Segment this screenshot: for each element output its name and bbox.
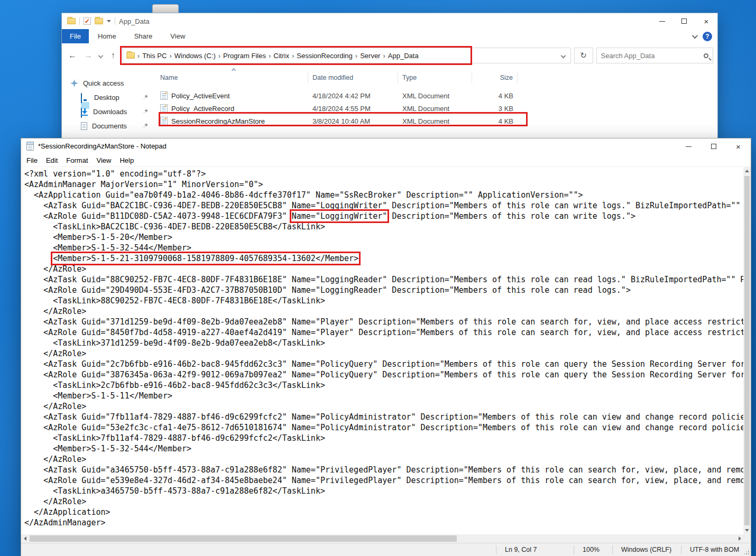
recent-locations-icon[interactable] — [98, 53, 103, 58]
close-icon: × — [736, 142, 741, 151]
search-box[interactable] — [596, 48, 713, 63]
menu-format[interactable]: Format — [62, 156, 92, 164]
vertical-scrollbar[interactable] — [743, 167, 751, 534]
xml-line: <AzTask Guid="371d1259-be9d-4f09-8e2b-9d… — [24, 317, 743, 327]
scroll-down-icon[interactable] — [743, 526, 751, 534]
sidebar-label: Quick access — [83, 79, 124, 87]
maximize-button[interactable] — [673, 13, 695, 29]
back-icon[interactable]: ← — [66, 51, 79, 60]
sort-ascending-icon — [231, 68, 235, 72]
breadcrumb-item[interactable]: Program Files — [221, 52, 268, 60]
file-explorer-window: ✓ App_Data × File Home Share View ? ← → … — [62, 13, 717, 140]
breadcrumb-item[interactable]: Citrix — [271, 52, 291, 60]
file-row[interactable]: Policy_ActiveRecord 4/18/2024 4:55 PM XM… — [156, 102, 717, 115]
up-icon[interactable]: ↑ — [107, 51, 119, 60]
close-button[interactable]: × — [695, 13, 717, 29]
xml-line: <Member>S-1-5-32-544</Member> — [24, 443, 743, 454]
xml-line: <AzTask Guid="2c7b6fbb-e916-46b2-bac8-94… — [24, 359, 743, 369]
folder-icon[interactable] — [67, 18, 76, 24]
notepad-menubar: File Edit Format View Help — [21, 154, 751, 167]
xml-line: <AzRole Guid="29D490D4-553E-4FD3-A2C7-37… — [24, 285, 743, 295]
xml-line: <AzApplication Guid="ea7b0f49-b1a2-4046-… — [24, 190, 743, 200]
xml-line: </AzRole> — [24, 401, 743, 412]
notepad-titlebar: *SessionRecordingAzManStore - Notepad × — [21, 138, 751, 154]
quick-access-star-icon — [70, 79, 78, 87]
notepad-window: *SessionRecordingAzManStore - Notepad × … — [21, 138, 751, 556]
sidebar-item-quick-access[interactable]: Quick access — [62, 76, 156, 90]
properties-check-icon[interactable]: ✓ — [84, 17, 91, 25]
menu-view[interactable]: View — [93, 156, 116, 164]
xml-line: </AzRole> — [24, 454, 743, 465]
status-zoom-level: 100% — [574, 545, 612, 554]
forward-icon[interactable]: → — [82, 51, 95, 60]
desktop-icon — [81, 94, 89, 101]
file-list-header: Name Date modified Type Size — [156, 71, 717, 85]
xml-line: </AzRole> — [24, 496, 743, 507]
minimize-icon — [659, 21, 665, 22]
sidebar-label: Desktop — [94, 94, 119, 101]
minimize-icon — [686, 146, 692, 147]
xml-line: <AzRole Guid="53e2fc3c-cfa1-4e75-8612-7d… — [24, 422, 743, 433]
horizontal-scrollbar[interactable] — [21, 534, 751, 543]
minimize-button[interactable] — [676, 138, 701, 154]
explorer-caption-buttons: × — [651, 13, 717, 29]
breadcrumb-item[interactable]: SessionRecording — [294, 52, 355, 60]
xml-line: <Member>S-1-5-20</Member> — [24, 232, 743, 243]
scroll-left-icon[interactable] — [21, 535, 29, 543]
file-row-highlighted[interactable]: SessionRecordingAzManStore 3/8/2024 10:4… — [156, 115, 717, 127]
menu-help[interactable]: Help — [115, 156, 138, 164]
xml-line: <Member>S-1-5-21-3109790068-1581978809-4… — [24, 253, 743, 264]
column-header-date-modified[interactable]: Date modified — [308, 72, 398, 83]
notepad-window-title: *SessionRecordingAzManStore - Notepad — [38, 142, 167, 150]
tab-file[interactable]: File — [62, 29, 89, 43]
scroll-right-icon[interactable] — [736, 535, 743, 543]
file-row[interactable]: Policy_ActiveEvent 4/18/2024 4:42 PM XML… — [156, 89, 717, 102]
sidebar-item-desktop[interactable]: Desktop — [62, 90, 156, 105]
column-header-name[interactable]: Name — [156, 72, 308, 83]
xml-line: <TaskLink>371d1259-be9d-4f09-8e2b-9da07e… — [24, 338, 743, 348]
column-header-size[interactable]: Size — [472, 72, 518, 83]
breadcrumb-item[interactable]: Windows (C:) — [172, 52, 218, 60]
sidebar-item-downloads[interactable]: Downloads — [62, 105, 156, 119]
scrollbar-corner — [743, 534, 751, 543]
qat-customize-caret-icon[interactable] — [107, 20, 111, 22]
xml-line: </AzRole> — [24, 264, 743, 274]
breadcrumb-item[interactable]: This PC — [140, 52, 169, 60]
expand-ribbon-icon[interactable] — [692, 32, 698, 38]
minimize-button[interactable] — [651, 13, 673, 29]
tab-home[interactable]: Home — [89, 29, 125, 43]
address-box[interactable]: ›This PC›Windows (C:)›Program Files›Citr… — [123, 48, 571, 63]
xml-line: <TaskLink>2c7b6fbb-e916-46b2-bac8-945fdd… — [24, 380, 743, 391]
maximize-button[interactable] — [701, 138, 726, 154]
vertical-scroll-thumb[interactable] — [743, 175, 751, 526]
xml-line: <?xml version="1.0" encoding="utf-8"?> — [24, 169, 743, 179]
horizontal-scroll-thumb[interactable] — [29, 534, 458, 543]
breadcrumb: ›This PC›Windows (C:)›Program Files›Citr… — [137, 52, 421, 60]
help-button[interactable]: ? — [703, 32, 712, 41]
tab-view[interactable]: View — [161, 29, 194, 43]
xml-line: <AzAdminManager MajorVersion="1" MinorVe… — [24, 179, 743, 190]
address-dropdown-icon[interactable] — [560, 53, 566, 58]
menu-file[interactable]: File — [22, 156, 42, 164]
column-header-type[interactable]: Type — [398, 72, 472, 83]
xml-file-icon — [160, 117, 168, 125]
annotation-box-text: <Member>S-1-5-21-3109790068-1581978809-4… — [53, 254, 358, 263]
toolbar-separator — [79, 17, 80, 25]
close-button[interactable]: × — [726, 138, 751, 154]
breadcrumb-item[interactable]: Server — [358, 52, 382, 60]
search-icon[interactable] — [704, 53, 708, 58]
scroll-up-icon[interactable] — [743, 167, 751, 175]
explorer-ribbon-tabs: File Home Share View ? — [62, 29, 717, 43]
new-folder-icon[interactable] — [95, 18, 103, 24]
menu-edit[interactable]: Edit — [42, 156, 62, 164]
sidebar-item-documents[interactable]: Documents — [62, 119, 156, 133]
xml-file-icon — [160, 91, 168, 100]
breadcrumb-item[interactable]: App_Data — [386, 52, 421, 60]
sidebar-label: Downloads — [93, 108, 127, 116]
tab-share[interactable]: Share — [125, 29, 162, 43]
status-line-col: Ln 9, Col 7 — [496, 545, 574, 554]
notepad-text[interactable]: <?xml version="1.0" encoding="utf-8"?><A… — [21, 167, 743, 534]
xml-line: </AzApplication> — [24, 507, 743, 517]
refresh-button[interactable]: ↻ — [574, 48, 593, 63]
search-input[interactable] — [601, 52, 704, 60]
